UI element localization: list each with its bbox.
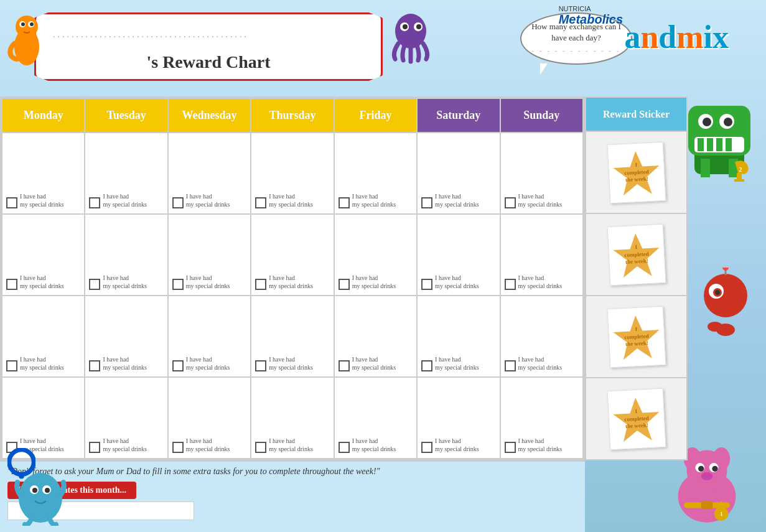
cell-content: I have hadmy special drinks: [339, 192, 413, 208]
cell-content: I have hadmy special drinks: [505, 437, 579, 453]
cell-label: I have hadmy special drinks: [269, 192, 313, 208]
cell-content: I have hadmy special drinks: [505, 192, 579, 208]
day-checkbox[interactable]: [172, 197, 184, 208]
day-checkbox[interactable]: [421, 197, 432, 208]
purple-octopus-character: [386, 9, 436, 65]
cell-label: I have hadmy special drinks: [518, 274, 563, 290]
day-checkbox[interactable]: [89, 197, 100, 208]
cell-row4-col6: I have hadmy special drinks: [417, 377, 500, 459]
day-checkbox[interactable]: [6, 360, 17, 371]
star-text-3: Icompletedthe week!: [624, 325, 649, 348]
cell-content: I have hadmy special drinks: [6, 355, 80, 371]
title-banner: ........................................…: [34, 12, 383, 81]
reward-sticker-label: Reward Sticker: [603, 109, 670, 120]
day-checkbox[interactable]: [421, 279, 432, 290]
cell-row3-col3: I have hadmy special drinks: [168, 296, 251, 377]
svg-rect-20: [716, 138, 722, 151]
day-checkbox[interactable]: [89, 442, 100, 453]
day-checkbox[interactable]: [339, 360, 350, 371]
day-checkbox[interactable]: [255, 197, 266, 208]
cell-row3-col1: I have hadmy special drinks: [2, 296, 85, 377]
cell-label: I have hadmy special drinks: [435, 437, 479, 453]
star-sticker-2: Icompletedthe week!: [610, 228, 662, 281]
day-checkbox[interactable]: [255, 360, 266, 371]
cell-label: I have hadmy special drinks: [20, 355, 64, 371]
svg-point-16: [724, 118, 732, 126]
svg-point-33: [716, 324, 735, 336]
cell-content: I have hadmy special drinks: [172, 355, 246, 371]
cell-row2-col2: I have hadmy special drinks: [85, 214, 167, 296]
day-checkbox[interactable]: [505, 442, 516, 453]
cell-content: I have hadmy special drinks: [421, 274, 495, 290]
cell-content: I have hadmy special drinks: [89, 274, 163, 290]
day-checkbox[interactable]: [421, 360, 432, 371]
cell-label: I have hadmy special drinks: [103, 274, 147, 290]
orange-snake-character: [5, 9, 49, 72]
cell-row1-col1: I have hadmy special drinks: [2, 133, 85, 214]
day-checkbox[interactable]: [172, 360, 184, 371]
cell-label: I have hadmy special drinks: [518, 192, 563, 208]
star-sticker-1: Icompletedthe week!: [610, 146, 662, 198]
cell-label: I have hadmy special drinks: [435, 192, 479, 208]
day-checkbox[interactable]: [339, 197, 350, 208]
cell-label: I have hadmy special drinks: [20, 274, 64, 290]
reward-sticker-column: Reward Sticker Icompletedthe week! Icomp…: [585, 96, 688, 460]
cell-row1-col5: I have hadmy special drinks: [334, 133, 417, 214]
cell-label: I have hadmy special drinks: [186, 355, 230, 371]
cell-content: I have hadmy special drinks: [89, 437, 163, 453]
cell-content: I have hadmy special drinks: [339, 355, 413, 371]
nutricia-logo-area: NUTRICIA Metabolics: [559, 5, 623, 27]
day-checkbox[interactable]: [6, 279, 17, 290]
andimix-letter-m: i: [704, 19, 712, 55]
cell-label: I have hadmy special drinks: [269, 355, 313, 371]
reward-cell-1: Icompletedthe week!: [586, 132, 686, 214]
metabolics-text: Metabolics: [559, 12, 623, 27]
cell-label: I have hadmy special drinks: [352, 355, 396, 371]
day-checkbox[interactable]: [505, 279, 516, 290]
reward-cell-3: Icompletedthe week!: [586, 296, 686, 378]
svg-rect-21: [726, 138, 732, 151]
svg-point-1: [16, 16, 38, 38]
day-checkbox[interactable]: [339, 279, 350, 290]
banner-title: 's Reward Chart: [146, 52, 270, 72]
day-checkbox[interactable]: [505, 360, 516, 371]
cell-label: I have hadmy special drinks: [186, 274, 230, 290]
cell-content: I have hadmy special drinks: [421, 192, 495, 208]
day-checkbox[interactable]: [6, 197, 17, 208]
cell-row3-col2: I have hadmy special drinks: [85, 296, 167, 377]
header-thursday: Thursday: [251, 98, 334, 133]
star-text-1: Icompletedthe week!: [624, 161, 649, 184]
paper-card-2: Icompletedthe week!: [607, 223, 666, 286]
day-checkbox[interactable]: [255, 442, 266, 453]
day-checkbox[interactable]: [172, 279, 184, 290]
header-friday: Friday: [334, 98, 417, 133]
cell-row2-col6: I have hadmy special drinks: [417, 214, 500, 296]
cell-row2-col4: I have hadmy special drinks: [251, 214, 334, 296]
day-checkbox[interactable]: [89, 279, 100, 290]
cell-row4-col3: I have hadmy special drinks: [168, 377, 251, 459]
day-checkbox[interactable]: [339, 442, 350, 453]
cell-label: I have hadmy special drinks: [186, 437, 230, 453]
star-text-2: Icompletedthe week!: [624, 243, 649, 266]
day-checkbox[interactable]: [172, 442, 184, 453]
day-checkbox[interactable]: [505, 197, 516, 208]
cell-row4-col7: I have hadmy special drinks: [500, 377, 583, 459]
ring-character: [7, 448, 35, 482]
cell-label: I have hadmy special drinks: [352, 192, 396, 208]
day-checkbox[interactable]: [89, 360, 100, 371]
andimix-letter-d: d: [658, 19, 676, 55]
cell-row4-col2: I have hadmy special drinks: [85, 377, 167, 459]
day-checkbox[interactable]: [255, 279, 266, 290]
svg-point-55: [9, 450, 34, 475]
svg-point-5: [30, 22, 34, 26]
cell-row3-col4: I have hadmy special drinks: [251, 296, 334, 377]
cell-row3-col7: I have hadmy special drinks: [500, 296, 583, 377]
cell-content: I have hadmy special drinks: [255, 355, 329, 371]
day-checkbox[interactable]: [421, 442, 432, 453]
cell-row1-col3: I have hadmy special drinks: [168, 133, 251, 214]
cell-content: I have hadmy special drinks: [505, 274, 579, 290]
cell-row4-col4: I have hadmy special drinks: [251, 377, 334, 459]
svg-point-35: [722, 268, 729, 271]
paper-card-1: Icompletedthe week!: [607, 141, 666, 203]
svg-text:1: 1: [720, 511, 723, 517]
